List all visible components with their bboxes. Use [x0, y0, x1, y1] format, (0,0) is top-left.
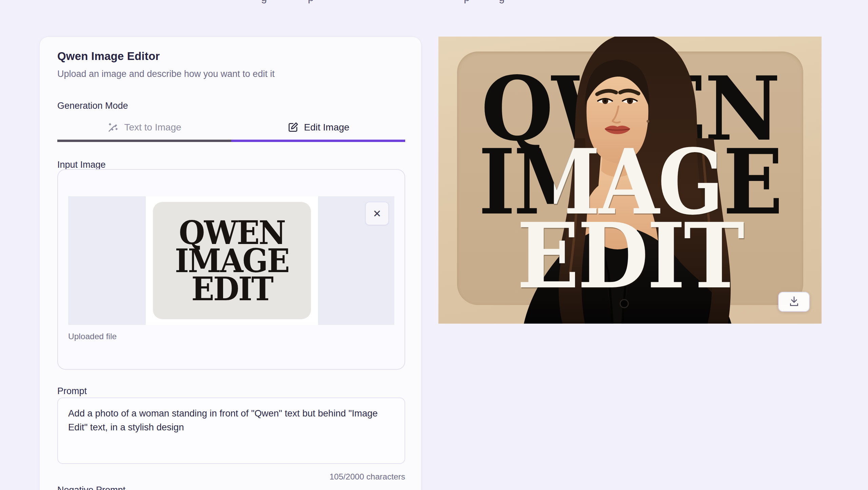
overlay-text-edit: EDIT	[456, 211, 804, 301]
negative-prompt-label: Negative Prompt	[57, 485, 125, 490]
remove-image-button[interactable]: ✕	[365, 202, 389, 225]
prompt-input[interactable]: Add a photo of a woman standing in front…	[57, 397, 405, 464]
magic-wand-icon	[107, 122, 119, 133]
input-image-label: Input Image	[57, 160, 106, 170]
uploaded-image-preview: QWEN IMAGE EDIT ✕	[68, 196, 394, 325]
close-icon: ✕	[373, 208, 381, 220]
page-subtitle: Upload an image and describe how you wan…	[57, 69, 275, 79]
editor-card: Qwen Image Editor Upload an image and de…	[39, 37, 421, 490]
download-button[interactable]	[778, 292, 810, 312]
earring	[647, 120, 649, 123]
tab-label: Edit Image	[304, 122, 350, 133]
clipped-glyph: g	[499, 0, 505, 4]
edit-square-icon	[287, 122, 299, 133]
image-upload-dropzone[interactable]: QWEN IMAGE EDIT ✕ Uploaded file	[57, 169, 405, 370]
clipped-glyph: p	[308, 0, 314, 4]
uploaded-image-thumbnail: QWEN IMAGE EDIT	[153, 202, 311, 319]
generation-mode-label: Generation Mode	[57, 101, 128, 111]
clipped-glyph: g	[261, 0, 267, 4]
generation-mode-tabs: Text to Image Edit Image	[57, 115, 405, 142]
download-icon	[788, 295, 801, 309]
prompt-label: Prompt	[57, 386, 87, 396]
tab-text-to-image[interactable]: Text to Image	[57, 115, 231, 142]
uploaded-file-caption: Uploaded file	[68, 332, 117, 341]
preview-padding-left	[68, 196, 146, 325]
app-root: g p p g Qwen Image Editor Upload an imag…	[0, 0, 868, 490]
tab-label: Text to Image	[124, 122, 181, 133]
generated-image: QWEN IMAGE	[438, 37, 822, 324]
page-title: Qwen Image Editor	[57, 50, 160, 63]
preview-padding-right: ✕	[318, 196, 394, 325]
clipped-glyph: p	[464, 0, 470, 4]
preview-image-area: QWEN IMAGE EDIT	[146, 196, 318, 325]
thumb-line-edit: EDIT	[191, 275, 273, 303]
tab-edit-image[interactable]: Edit Image	[231, 115, 405, 142]
character-counter: 105/2000 characters	[57, 472, 405, 482]
